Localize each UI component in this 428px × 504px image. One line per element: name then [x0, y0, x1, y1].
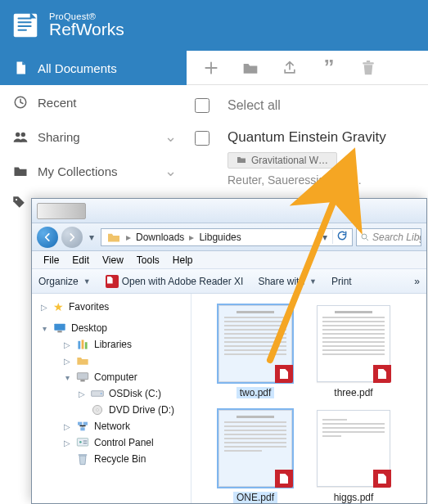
refresh-icon[interactable] — [332, 230, 350, 244]
cite-button[interactable]: ” — [309, 51, 349, 85]
tree-toggle-icon[interactable]: ▷ — [78, 389, 86, 398]
pdf-badge-icon — [275, 470, 293, 488]
sidebar-item-sharing[interactable]: Sharing ⌄ — [0, 119, 187, 154]
tree-toggle-icon[interactable]: ▷ — [63, 357, 71, 366]
control-panel-icon — [76, 436, 89, 449]
nav-network[interactable]: ▷ Network — [35, 418, 191, 434]
recycle-bin-icon — [76, 452, 89, 466]
nav-forward-button[interactable] — [61, 227, 83, 248]
file-thumbnail — [317, 410, 390, 487]
search-placeholder: Search Libguides — [372, 232, 421, 243]
svg-rect-17 — [77, 373, 88, 380]
breadcrumb-separator-icon: ▸ — [124, 232, 133, 243]
add-button[interactable] — [191, 51, 231, 85]
breadcrumb-separator-icon: ▸ — [187, 232, 196, 243]
file-item-three[interactable]: three.pdf — [304, 305, 403, 398]
svg-rect-28 — [83, 440, 88, 441]
svg-rect-30 — [79, 454, 88, 456]
tree-toggle-icon[interactable]: ▷ — [63, 422, 71, 431]
select-all-checkbox[interactable] — [195, 98, 209, 113]
cmd-organize[interactable]: Organize▼ — [38, 276, 91, 287]
sidebar-item-label: Sharing — [38, 130, 164, 144]
delete-button[interactable] — [349, 51, 388, 85]
menu-tools[interactable]: Tools — [130, 254, 166, 266]
tree-toggle-icon[interactable]: ▷ — [40, 303, 48, 312]
folder-icon — [11, 164, 29, 178]
svg-rect-29 — [83, 443, 88, 443]
breadcrumb-seg-libguides[interactable]: Libguides — [196, 232, 244, 243]
breadcrumb-dropdown-icon[interactable]: ▾ — [317, 232, 332, 243]
svg-rect-25 — [80, 427, 84, 430]
pdf-badge-icon — [373, 470, 391, 488]
nav-back-button[interactable] — [37, 227, 58, 248]
nav-computer[interactable]: ▾ Computer — [35, 369, 191, 385]
file-item-higgs[interactable]: higgs.pdf — [304, 410, 403, 503]
tree-toggle-icon[interactable]: ▷ — [63, 439, 71, 448]
brand-big: RefWorks — [49, 20, 124, 39]
tree-toggle-icon[interactable]: ▾ — [40, 324, 48, 333]
nav-osdisk[interactable]: ▷ OSDisk (C:) — [35, 385, 191, 402]
search-input[interactable]: Search Libguides — [356, 228, 421, 246]
share-button[interactable] — [270, 51, 309, 85]
file-item-one[interactable]: ONE.pdf — [206, 410, 304, 503]
nav-recycle-bin[interactable]: Recycle Bin — [35, 451, 191, 467]
svg-rect-9 — [363, 62, 374, 64]
breadcrumb[interactable]: ▸ Downloads ▸ Libguides ▾ — [101, 228, 353, 246]
pdf-badge-icon — [275, 365, 293, 383]
select-all-label: Select all — [228, 98, 281, 113]
explorer-titlebar[interactable] — [32, 199, 426, 223]
svg-rect-23 — [78, 422, 82, 425]
sidebar-item-recent[interactable]: Recent — [0, 85, 187, 119]
nav-history-dropdown[interactable]: ▾ — [86, 232, 97, 243]
nav-desktop[interactable]: ▾ Desktop — [35, 320, 191, 336]
document-title[interactable]: Quantum Einstein Gravity — [228, 129, 386, 146]
breadcrumb-root-icon[interactable] — [103, 232, 124, 243]
star-icon: ★ — [53, 300, 64, 313]
svg-rect-13 — [57, 331, 61, 332]
svg-rect-4 — [18, 29, 27, 31]
tree-toggle-icon[interactable]: ▷ — [63, 340, 71, 349]
nav-control-panel[interactable]: ▷ Control Panel — [35, 434, 191, 451]
computer-icon — [76, 371, 89, 384]
sidebar-item-all-documents[interactable]: All Documents — [0, 51, 187, 85]
cmd-share-with[interactable]: Share with▼ — [258, 276, 317, 287]
folder-button[interactable] — [231, 51, 270, 85]
svg-point-27 — [79, 441, 82, 443]
document-authors: Reuter, Saueressig, 201… — [228, 173, 420, 187]
file-thumbnail — [219, 410, 292, 487]
drive-icon — [91, 387, 104, 400]
menu-edit[interactable]: Edit — [65, 254, 96, 266]
explorer-command-bar: Organize▼ Open with Adobe Reader XI Shar… — [32, 269, 426, 294]
menu-view[interactable]: View — [96, 254, 130, 266]
svg-point-11 — [362, 234, 367, 239]
chevron-down-icon: ⌄ — [164, 128, 177, 146]
tree-toggle-icon[interactable]: ▾ — [63, 373, 71, 382]
cmd-more[interactable]: » — [414, 276, 420, 287]
sidebar-item-my-collections[interactable]: My Collections ⌄ — [0, 154, 187, 188]
menu-help[interactable]: Help — [166, 254, 200, 266]
nav-dvd[interactable]: DVD Drive (D:) — [35, 402, 191, 418]
svg-rect-18 — [80, 380, 84, 381]
nav-user[interactable]: ▷ — [35, 353, 191, 369]
document-checkbox[interactable] — [195, 131, 209, 146]
nav-favorites[interactable]: ▷ ★ Favorites — [35, 299, 191, 315]
nav-libraries[interactable]: ▷ Libraries — [35, 336, 191, 353]
cmd-open-adobe[interactable]: Open with Adobe Reader XI — [106, 275, 244, 288]
explorer-menubar: File Edit View Tools Help — [32, 251, 426, 269]
file-name: three.pdf — [334, 387, 372, 398]
menu-file[interactable]: File — [37, 254, 65, 266]
breadcrumb-seg-downloads[interactable]: Downloads — [133, 232, 187, 243]
explorer-title-placeholder — [37, 203, 86, 219]
explorer-window: ▾ ▸ Downloads ▸ Libguides ▾ Search Libgu… — [31, 198, 427, 504]
dvd-icon — [91, 403, 104, 416]
clock-icon — [11, 95, 29, 110]
people-icon — [11, 129, 29, 144]
file-item-two[interactable]: two.pdf — [206, 305, 304, 398]
document-icon — [11, 61, 29, 75]
svg-rect-14 — [78, 341, 80, 349]
file-thumbnail — [219, 305, 292, 382]
document-tag-chip[interactable]: Gravitational W… — [228, 152, 337, 169]
cmd-print[interactable]: Print — [331, 276, 352, 287]
document-row[interactable]: Quantum Einstein Gravity Gravitational W… — [187, 126, 428, 195]
svg-rect-12 — [54, 324, 65, 331]
